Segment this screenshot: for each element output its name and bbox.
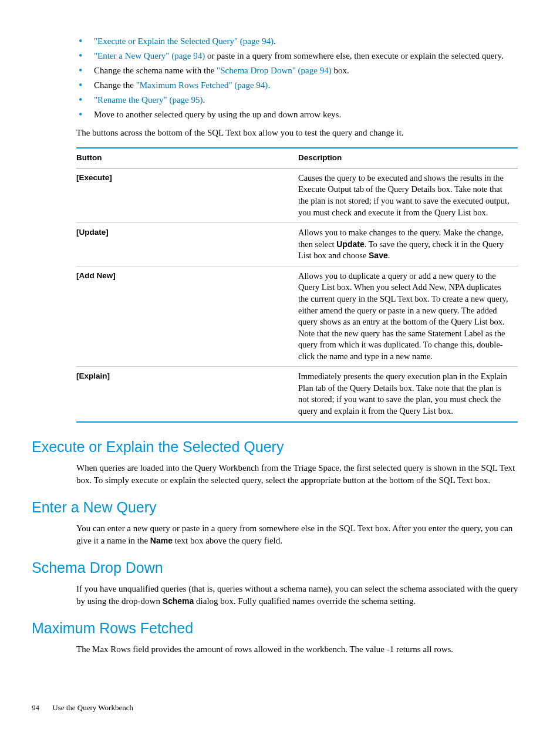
table-header-button: Button: [76, 148, 298, 168]
button-name-cell: [Explain]: [76, 367, 298, 422]
description-cell: Causes the query to be executed and show…: [298, 168, 518, 222]
button-name-cell: [Update]: [76, 223, 298, 266]
bullet-item: "Enter a New Query" (page 94) or paste i…: [76, 50, 519, 62]
table-row: [Explain]Immediately presents the query …: [76, 367, 518, 422]
button-name-cell: [Add New]: [76, 266, 298, 367]
table-row: [Execute]Causes the query to be executed…: [76, 168, 518, 222]
table-body: [Execute]Causes the query to be executed…: [76, 168, 518, 421]
cross-ref-link[interactable]: "Schema Drop Down" (page 94): [217, 66, 332, 75]
description-cell: Immediately presents the query execution…: [298, 367, 518, 422]
buttons-table: Button Description [Execute]Causes the q…: [76, 147, 518, 423]
bullet-item: Change the schema name with the "Schema …: [76, 65, 519, 77]
section-paragraph: You can enter a new query or paste in a …: [76, 522, 519, 547]
bold-term: Name: [150, 536, 173, 545]
page-number: 94: [32, 703, 50, 713]
cross-ref-link[interactable]: "Maximum Rows Fetched" (page 94): [136, 80, 268, 90]
page-footer: 94 Use the Query Workbench: [32, 703, 519, 713]
bold-term: Save: [369, 251, 388, 260]
chapter-title: Use the Query Workbench: [52, 703, 133, 712]
section-heading: Execute or Explain the Selected Query: [32, 437, 519, 457]
bullet-item: "Execute or Explain the Selected Query" …: [76, 35, 519, 48]
bullet-item: Move to another selected query by using …: [76, 109, 519, 121]
sections-container: Execute or Explain the Selected QueryWhe…: [32, 437, 519, 656]
bold-term: Schema: [163, 596, 194, 606]
section-heading: Maximum Rows Fetched: [32, 618, 519, 639]
description-cell: Allows you to make changes to the query.…: [298, 223, 518, 266]
bullet-item: Change the "Maximum Rows Fetched" (page …: [76, 79, 519, 92]
bold-term: Update: [336, 239, 364, 249]
section-paragraph: If you have unqualified queries (that is…: [76, 583, 519, 607]
section-paragraph: The Max Rows field provides the amount o…: [76, 643, 519, 656]
intro-after-bullets: The buttons across the bottom of the SQL…: [76, 127, 519, 139]
description-cell: Allows you to duplicate a query or add a…: [298, 266, 518, 367]
section-heading: Schema Drop Down: [32, 558, 519, 578]
table-row: [Add New]Allows you to duplicate a query…: [76, 266, 518, 367]
cross-ref-link[interactable]: "Enter a New Query" (page 94): [94, 51, 205, 60]
button-name-cell: [Execute]: [76, 168, 298, 222]
cross-ref-link[interactable]: "Execute or Explain the Selected Query" …: [94, 36, 274, 46]
cross-ref-link[interactable]: "Rename the Query" (page 95): [94, 95, 203, 104]
bullet-list: "Execute or Explain the Selected Query" …: [32, 35, 519, 121]
table-row: [Update]Allows you to make changes to th…: [76, 223, 518, 266]
bullet-item: "Rename the Query" (page 95).: [76, 94, 519, 106]
section-paragraph: When queries are loaded into the Query W…: [76, 462, 519, 487]
table-header-description: Description: [298, 148, 518, 168]
section-heading: Enter a New Query: [32, 497, 519, 518]
